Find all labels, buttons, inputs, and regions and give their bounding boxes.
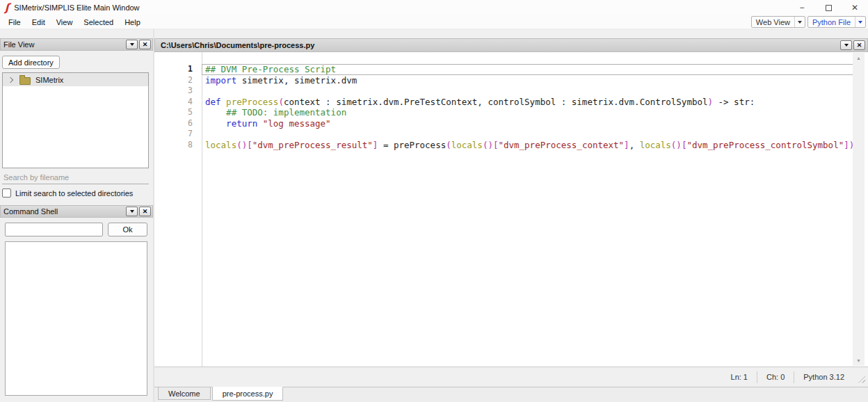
editor-header: C:\Users\Chris\Documents\pre-process.py … [154, 38, 868, 52]
code-line-text[interactable]: locals()["dvm_preProcess_result"] = preP… [202, 140, 854, 151]
code-line-text[interactable]: return "log message" [202, 118, 854, 129]
command-shell-output[interactable] [5, 241, 147, 396]
chevron-down-icon [798, 21, 802, 24]
file-view-header: File View ✕ [0, 38, 153, 51]
python-file-dropdown[interactable]: Python File [807, 16, 866, 28]
quick-access-bar: Web View Python File [751, 16, 866, 28]
divider [855, 17, 855, 27]
menu-bar: FileEditViewSelectedHelp Web View Python… [0, 15, 868, 29]
code-line[interactable]: 1## DVM Pre-Process Script [154, 64, 854, 75]
menu-items: FileEditViewSelectedHelp [3, 17, 146, 28]
editor-collapse-button[interactable] [840, 40, 852, 50]
close-button[interactable]: ✕ [842, 0, 868, 15]
limit-search-checkbox[interactable] [2, 188, 11, 198]
window-controls: − ✕ [789, 0, 868, 15]
file-view-close-button[interactable]: ✕ [139, 40, 151, 49]
search-filename-input[interactable] [2, 171, 149, 184]
tab-pre-process-py[interactable]: pre-process.py [212, 387, 284, 401]
code-line-text[interactable] [202, 86, 854, 97]
code-line-text[interactable]: ## DVM Pre-Process Script [202, 64, 854, 75]
command-input[interactable] [6, 225, 110, 234]
file-view-title: File View [3, 40, 124, 49]
ok-button[interactable]: Ok [108, 223, 147, 236]
line-number: 5 [154, 107, 202, 118]
editor-close-button[interactable]: ✕ [853, 40, 865, 50]
file-tree: SIMetrix [2, 72, 149, 168]
scroll-up-icon[interactable]: ▲ [856, 53, 861, 63]
status-bar: Ln: 1 Ch: 0 Python 3.12 [154, 367, 868, 387]
code-line[interactable]: 2import simetrix, simetrix.dvm [154, 75, 854, 86]
scroll-down-icon[interactable]: ▼ [856, 355, 861, 366]
maximize-button[interactable] [815, 0, 842, 15]
limit-search-label: Limit search to selected directories [15, 189, 133, 198]
tab-welcome[interactable]: Welcome [158, 387, 211, 400]
menu-item-file[interactable]: File [3, 17, 26, 28]
line-number: 7 [154, 129, 202, 140]
maximize-icon [826, 5, 832, 11]
chevron-down-icon [130, 210, 134, 213]
chevron-down-icon [858, 21, 862, 24]
code-line[interactable]: 4def preProcess(context : simetrix.dvm.P… [154, 97, 854, 108]
code-line-text[interactable]: ## TODO: implementation [202, 107, 854, 118]
app-logo-icon: ʃ [5, 3, 9, 13]
code-line-text[interactable]: import simetrix, simetrix.dvm [202, 75, 854, 86]
command-shell-close-button[interactable]: ✕ [139, 207, 151, 216]
menu-item-view[interactable]: View [51, 17, 79, 28]
line-number: 1 [154, 64, 202, 75]
resize-grip[interactable] [858, 376, 865, 383]
folder-icon-flap [19, 75, 25, 78]
tree-item-simetrix[interactable]: SIMetrix [3, 73, 148, 86]
code-line[interactable]: 5 ## TODO: implementation [154, 107, 854, 118]
add-directory-button[interactable]: Add directory [2, 56, 60, 69]
command-shell-title: Command Shell [3, 207, 124, 216]
status-char: Ch: 0 [757, 373, 794, 381]
status-line: Ln: 1 [722, 373, 757, 381]
code-line[interactable]: 8locals()["dvm_preProcess_result"] = pre… [154, 140, 854, 151]
menu-item-help[interactable]: Help [119, 17, 146, 28]
main-window: ʃ SIMetrix/SIMPLIS Elite Main Window − ✕… [0, 0, 868, 402]
chevron-down-icon [130, 43, 134, 46]
code-line-text[interactable]: def preProcess(context : simetrix.dvm.Pr… [202, 97, 854, 108]
vertical-scrollbar[interactable]: ▲ ▼ [853, 53, 865, 366]
expand-chevron-icon[interactable] [8, 77, 13, 82]
divider [794, 17, 795, 27]
chevron-down-icon [844, 44, 849, 47]
line-number: 4 [154, 97, 202, 108]
line-number: 6 [154, 118, 202, 129]
code-line-text[interactable] [202, 129, 854, 140]
title-bar: ʃ SIMetrix/SIMPLIS Elite Main Window − ✕ [0, 0, 868, 15]
web-view-label: Web View [752, 18, 794, 26]
status-language: Python 3.12 [794, 373, 853, 381]
code-line[interactable]: 6 return "log message" [154, 118, 854, 129]
code-lines: 1## DVM Pre-Process Script2import simetr… [154, 64, 854, 150]
line-number: 2 [154, 75, 202, 86]
tree-item-label: SIMetrix [35, 76, 63, 84]
close-icon: ✕ [143, 209, 148, 215]
file-view-collapse-button[interactable] [126, 40, 138, 49]
limit-search-row: Limit search to selected directories [2, 188, 133, 198]
command-shell-collapse-button[interactable] [126, 207, 138, 216]
close-icon: ✕ [143, 42, 148, 48]
document-tab-bar: Welcome pre-process.py [154, 387, 868, 402]
python-file-label: Python File [808, 18, 855, 26]
editor-file-path: C:\Users\Chris\Documents\pre-process.py [161, 41, 839, 49]
command-input-combobox[interactable] [5, 223, 103, 236]
menu-item-edit[interactable]: Edit [26, 17, 51, 28]
close-icon: ✕ [857, 42, 862, 49]
menu-item-selected[interactable]: Selected [78, 17, 119, 28]
minimize-button[interactable]: − [789, 0, 815, 15]
web-view-dropdown[interactable]: Web View [751, 16, 805, 28]
window-title: SIMetrix/SIMPLIS Elite Main Window [14, 3, 139, 12]
folder-icon [19, 77, 31, 85]
code-editor[interactable]: 1## DVM Pre-Process Script2import simetr… [154, 52, 868, 367]
code-line[interactable]: 3 [154, 86, 854, 97]
line-number: 8 [154, 140, 202, 151]
line-number: 3 [154, 86, 202, 97]
code-line[interactable]: 7 [154, 129, 854, 140]
command-shell-header: Command Shell ✕ [0, 205, 153, 218]
